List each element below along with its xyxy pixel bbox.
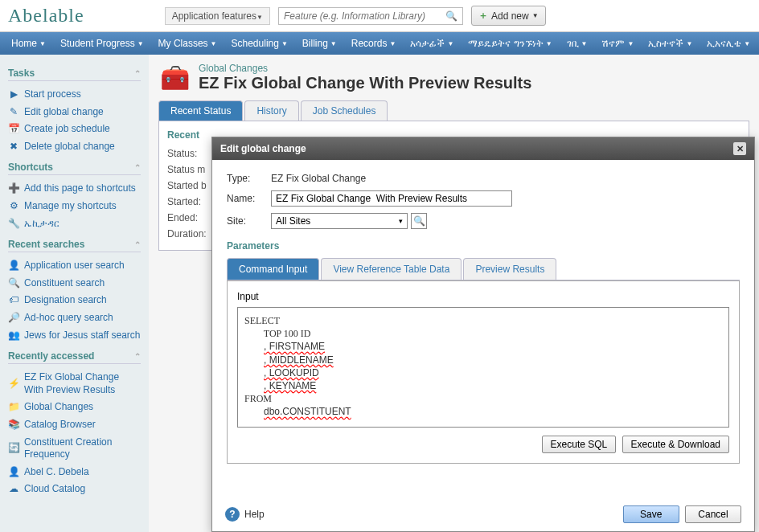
item-label: Application user search bbox=[24, 260, 125, 272]
sidebar-item[interactable]: 📁Global Changes bbox=[8, 399, 141, 416]
item-icon: ☁ bbox=[8, 484, 19, 495]
sidebar-item[interactable]: 🔧ኤኪታዳር bbox=[8, 215, 141, 233]
type-value: EZ Fix Global Change bbox=[271, 173, 366, 184]
menu-home[interactable]: Home▼ bbox=[4, 32, 53, 55]
sidebar-item[interactable]: ✖Delete global change bbox=[8, 138, 141, 156]
item-icon: 📚 bbox=[8, 419, 19, 431]
item-label: Designation search bbox=[24, 294, 107, 307]
menu-ገቢ[interactable]: ገቢ▼ bbox=[560, 32, 595, 55]
item-icon: ▶ bbox=[8, 89, 19, 100]
item-icon: 🔧 bbox=[8, 218, 19, 229]
search-icon[interactable]: 🔍 bbox=[441, 10, 462, 22]
breadcrumb[interactable]: Global Changes bbox=[199, 63, 531, 74]
execute-sql-button[interactable]: Execute SQL bbox=[542, 436, 617, 453]
recently-accessed-heading: Recently accessed⌃ bbox=[8, 350, 141, 364]
item-label: Constituent search bbox=[24, 277, 105, 290]
tab-history[interactable]: History bbox=[244, 100, 298, 121]
item-label: Catalog Browser bbox=[24, 419, 96, 432]
execute-download-button[interactable]: Execute & Download bbox=[622, 436, 729, 453]
feature-search[interactable]: 🔍 bbox=[278, 7, 463, 25]
menu-ኢአናሊቴ[interactable]: ኢአናሊቴ▼ bbox=[700, 32, 757, 55]
item-icon: ✎ bbox=[8, 106, 19, 117]
item-label: Global Changes bbox=[24, 401, 93, 414]
menu-ማይዴይትና-ግንኙነት[interactable]: ማይዴይትና ግንኙነት▼ bbox=[461, 32, 559, 55]
item-label: Add this page to shortcuts bbox=[24, 182, 136, 195]
item-label: ኤኪታዳር bbox=[24, 218, 59, 231]
close-icon[interactable]: ✕ bbox=[733, 142, 746, 155]
item-icon: ⚙ bbox=[8, 201, 19, 212]
item-label: Delete global change bbox=[24, 141, 115, 153]
site-search-icon[interactable]: 🔍 bbox=[411, 213, 427, 229]
edit-global-change-modal: Edit global change ✕ Type: EZ Fix Global… bbox=[211, 137, 755, 532]
sidebar-item[interactable]: ➕Add this page to shortcuts bbox=[8, 180, 141, 198]
item-icon: ⚡ bbox=[8, 379, 19, 390]
item-label: Edit global change bbox=[24, 106, 104, 119]
sidebar-item[interactable]: 🏷Designation search bbox=[8, 292, 141, 309]
item-icon: 🔍 bbox=[8, 278, 19, 289]
sidebar-item[interactable]: 👥Jews for Jesus staff search bbox=[8, 327, 141, 345]
tab-job-schedules[interactable]: Job Schedules bbox=[301, 100, 388, 121]
app-logo: Abelable bbox=[8, 5, 84, 27]
help-icon: ? bbox=[225, 507, 240, 522]
sidebar-item[interactable]: ⚙Manage my shortcuts bbox=[8, 198, 141, 215]
sidebar-item[interactable]: 👤Application user search bbox=[8, 257, 141, 275]
sidebar-item[interactable]: 🔄Constituent Creation Frequency bbox=[8, 434, 141, 464]
sidebar-item[interactable]: ✎Edit global change bbox=[8, 104, 141, 121]
item-label: EZ Fix Global Change With Preview Result… bbox=[24, 371, 141, 396]
toolbox-icon: 🧰 bbox=[158, 63, 191, 92]
sql-input[interactable]: SELECT TOP 100 ID , FIRSTNAME , MIDDLENA… bbox=[237, 307, 729, 428]
sidebar-item[interactable]: ▶Start process bbox=[8, 86, 141, 104]
shortcuts-heading: Shortcuts⌃ bbox=[8, 162, 141, 175]
type-label: Type: bbox=[227, 173, 271, 184]
menu-አሳታፊች[interactable]: አሳታፊች▼ bbox=[403, 32, 461, 55]
menu-my-classes[interactable]: My Classes▼ bbox=[151, 32, 224, 55]
menu-ሽኖም[interactable]: ሽኖም▼ bbox=[594, 32, 641, 55]
feature-search-input[interactable] bbox=[279, 8, 441, 24]
item-icon: 👤 bbox=[8, 466, 19, 477]
tab-recent-status[interactable]: Recent Status bbox=[158, 100, 243, 121]
site-select[interactable]: All Sites▾ bbox=[271, 213, 408, 229]
sidebar-item[interactable]: 📅Create job schedule bbox=[8, 121, 141, 138]
item-icon: 🔎 bbox=[8, 313, 19, 324]
item-icon: ✖ bbox=[8, 141, 19, 153]
item-label: Abel C. Debela bbox=[24, 466, 89, 479]
item-icon: 🏷 bbox=[8, 295, 19, 306]
site-label: Site: bbox=[227, 215, 271, 227]
parameters-heading: Parameters bbox=[227, 240, 740, 252]
menu-records[interactable]: Records▼ bbox=[344, 32, 404, 55]
menu-scheduling[interactable]: Scheduling▼ bbox=[224, 32, 295, 55]
input-label: Input bbox=[237, 291, 729, 302]
item-icon: 👥 bbox=[8, 329, 19, 341]
tasks-heading: Tasks⌃ bbox=[8, 68, 141, 81]
sidebar-item[interactable]: ⚡EZ Fix Global Change With Preview Resul… bbox=[8, 369, 141, 399]
item-label: Ad-hoc query search bbox=[24, 312, 113, 325]
item-icon: 📁 bbox=[8, 402, 19, 413]
menu-ኢስተኖች[interactable]: ኢስተኖች▼ bbox=[641, 32, 700, 55]
item-label: Constituent Creation Frequency bbox=[24, 436, 141, 461]
main-tabs: Recent StatusHistoryJob Schedules bbox=[158, 100, 749, 121]
recent-searches-heading: Recent searches⌃ bbox=[8, 239, 141, 252]
sidebar-item[interactable]: ☁Cloud Catalog bbox=[8, 481, 141, 498]
sidebar-item[interactable]: 👤Abel C. Debela bbox=[8, 464, 141, 481]
sidebar-item[interactable]: 🔍Constituent search bbox=[8, 275, 141, 293]
menu-billing[interactable]: Billing▼ bbox=[295, 32, 344, 55]
item-icon: 👤 bbox=[8, 260, 19, 272]
sidebar-item[interactable]: 📚Catalog Browser bbox=[8, 416, 141, 434]
application-features-dropdown[interactable]: Application features▼ bbox=[165, 7, 270, 25]
cancel-button[interactable]: Cancel bbox=[685, 505, 741, 523]
save-button[interactable]: Save bbox=[623, 505, 679, 523]
item-label: Start process bbox=[24, 88, 81, 101]
modal-title: Edit global change bbox=[220, 143, 306, 154]
item-label: Create job schedule bbox=[24, 123, 110, 136]
inner-tab-preview-results[interactable]: Preview Results bbox=[463, 258, 556, 280]
item-icon: 📅 bbox=[8, 124, 19, 135]
item-icon: ➕ bbox=[8, 183, 19, 194]
add-new-button[interactable]: ＋Add new▼ bbox=[471, 6, 546, 26]
item-label: Manage my shortcuts bbox=[24, 200, 117, 213]
inner-tab-view-reference-table-data[interactable]: View Reference Table Data bbox=[321, 258, 462, 280]
name-input[interactable] bbox=[271, 190, 512, 207]
help-link[interactable]: ?Help bbox=[225, 507, 265, 522]
menu-student-progress[interactable]: Student Progress▼ bbox=[53, 32, 151, 55]
sidebar-item[interactable]: 🔎Ad-hoc query search bbox=[8, 309, 141, 327]
inner-tab-command-input[interactable]: Command Input bbox=[227, 258, 319, 280]
